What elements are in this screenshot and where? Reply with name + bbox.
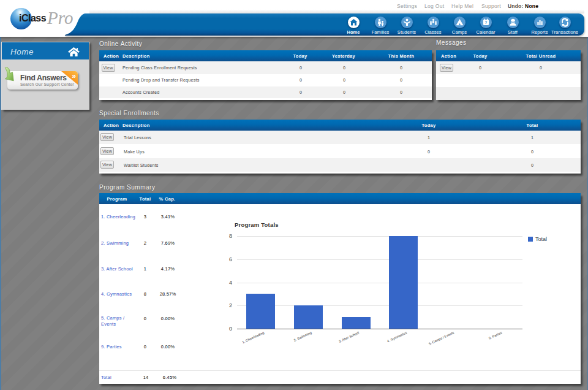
svg-text:7: 7: [484, 20, 487, 25]
